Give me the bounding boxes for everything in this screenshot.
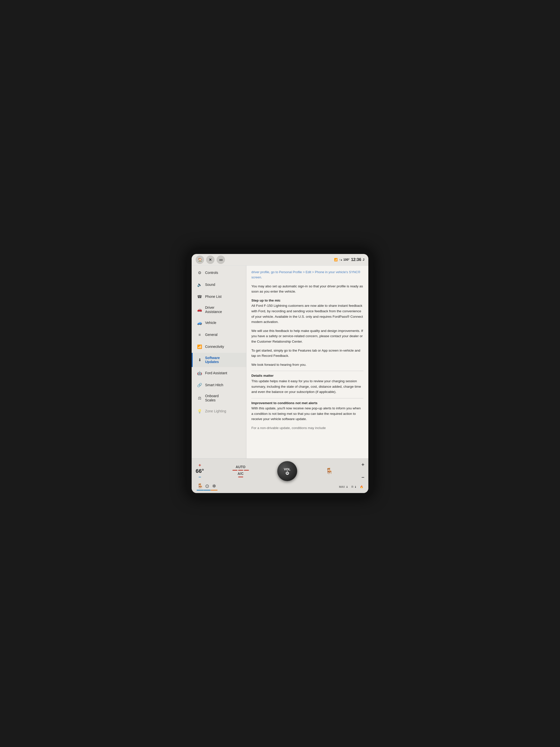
sidebar-item-zone-lighting[interactable]: 💡 Zone Lighting: [192, 405, 246, 417]
volume-knob[interactable]: VOL ⏻: [277, 461, 297, 481]
general-icon: ≡: [196, 332, 203, 338]
auto-section: AUTO A/C: [233, 465, 249, 477]
home-button[interactable]: 🏠: [196, 256, 204, 264]
sidebar-item-smart-hitch[interactable]: 🔗 Smart Hitch: [192, 379, 246, 391]
temp-minus-button[interactable]: −: [198, 475, 201, 479]
seat-heat-left-icon: 🪑: [197, 483, 203, 489]
ac-label: A/C: [237, 472, 243, 475]
sidebar-item-phone-list[interactable]: ☎ Phone List: [192, 290, 246, 303]
sidebar-label-onboard-scales: OnboardScales: [205, 394, 218, 403]
seat-heat-left-indicator: [196, 490, 204, 491]
paragraph-details: Details matter This update helps make it…: [251, 373, 364, 394]
ac-section: A/C: [237, 472, 243, 477]
bottom-icons-row: 🪑 ⊙ ❄ MAX 🌡 R 🌡 🔥: [196, 483, 364, 491]
sidebar-label-software-updates: SoftwareUpdates: [205, 356, 220, 364]
seat-heat-area: 🪑: [325, 468, 333, 474]
sidebar-item-software-updates[interactable]: ⬇ SoftwareUpdates: [192, 353, 246, 367]
max-label-1: MAX 🌡: [339, 485, 348, 488]
software-updates-icon: ⬇: [196, 357, 203, 363]
sidebar-label-general: General: [205, 333, 217, 337]
auto-label: AUTO: [236, 465, 245, 469]
sidebar-item-general[interactable]: ≡ General: [192, 329, 246, 341]
sidebar-item-driver-assistance[interactable]: 🚗 DriverAssistance: [192, 303, 246, 317]
sidebar-label-vehicle: Vehicle: [205, 321, 216, 325]
fan-indicator: [211, 490, 217, 491]
driver-icon: 🚗: [196, 307, 203, 313]
controls-icon: ⚙: [196, 270, 203, 276]
sidebar-item-ford-assistant[interactable]: 🤖 Ford Assistant: [192, 367, 246, 379]
right-plus-button[interactable]: +: [362, 462, 364, 468]
paragraph-get-started: To get started, simply go to the Feature…: [251, 348, 364, 359]
temp-value-display: 66°: [196, 468, 204, 474]
auto-lines: [233, 470, 249, 471]
device-frame: 🏠 ✕ ▭ 📶 ↑₄ 100° 12:36 J ⚙ Controls: [187, 249, 373, 498]
user-avatar: J: [363, 258, 364, 261]
sidebar-label-controls: Controls: [205, 271, 218, 275]
steering-indicator: [204, 490, 211, 491]
seat-heat-icon: 🪑: [325, 468, 333, 474]
paragraph-looking-forward: We look forward to hearing from you.: [251, 362, 364, 367]
status-icons: 📶 ↑₄ 100° 12:36 J: [334, 257, 364, 262]
content-text: driver profile, go to Personal Profile >…: [251, 270, 364, 431]
right-controls: + −: [362, 462, 364, 480]
temperature-display: 100°: [344, 258, 350, 261]
sidebar-item-sound[interactable]: 🔈 Sound: [192, 279, 246, 290]
right-minus-button[interactable]: −: [362, 474, 364, 480]
sidebar-item-vehicle[interactable]: 🚙 Vehicle: [192, 317, 246, 329]
fan-button[interactable]: ❄: [211, 483, 217, 491]
paragraph-conditions: Improvement to conditions not met alerts…: [251, 401, 364, 422]
sidebar-label-driver: DriverAssistance: [205, 306, 222, 314]
fan-icon: ❄: [212, 483, 216, 489]
sidebar-label-sound: Sound: [205, 283, 215, 287]
content-area: driver profile, go to Personal Profile >…: [246, 266, 368, 458]
phone-icon: ☎: [196, 293, 203, 300]
vehicle-icon: 🚙: [196, 320, 203, 326]
sidebar: ⚙ Controls 🔈 Sound ☎ Phone List 🚗 Driver…: [192, 266, 246, 458]
paragraph-step-up: Step up to the mic All Ford F-150 Lightn…: [251, 298, 364, 325]
sidebar-label-phone: Phone List: [205, 294, 221, 299]
close-button[interactable]: ✕: [206, 256, 215, 264]
screen: 🏠 ✕ ▭ 📶 ↑₄ 100° 12:36 J ⚙ Controls: [192, 254, 368, 493]
zone-lighting-icon: 💡: [196, 408, 203, 414]
details-header: Details matter: [251, 374, 273, 378]
max-label-2: R 🌡: [351, 485, 357, 488]
max-labels: MAX 🌡 R 🌡 🔥: [339, 485, 364, 489]
wifi-icon: 📶: [334, 258, 338, 261]
status-bar: 🏠 ✕ ▭ 📶 ↑₄ 100° 12:36 J: [192, 254, 368, 266]
conditions-header: Improvement to conditions not met alerts: [251, 401, 318, 405]
seat-heat-left-button[interactable]: 🪑: [196, 483, 204, 491]
screen-button[interactable]: ▭: [216, 256, 225, 264]
time-display: 12:36: [351, 257, 361, 262]
vol-label: VOL: [284, 467, 290, 471]
sidebar-label-ford-assistant: Ford Assistant: [205, 371, 227, 375]
sidebar-item-controls[interactable]: ⚙ Controls: [192, 267, 246, 279]
bottom-controls: + 66° − AUTO A/C: [192, 458, 368, 493]
sidebar-item-onboard-scales[interactable]: ⚖ OnboardScales: [192, 391, 246, 405]
sidebar-label-smart-hitch: Smart Hitch: [205, 383, 223, 387]
step-up-header: Step up to the mic: [251, 299, 281, 302]
onboard-scales-icon: ⚖: [196, 395, 203, 401]
temp-control-left: + 66° −: [196, 463, 204, 479]
main-area: ⚙ Controls 🔈 Sound ☎ Phone List 🚗 Driver…: [192, 266, 368, 458]
sidebar-label-connectivity: Connectivity: [205, 344, 224, 349]
controls-row-main: + 66° − AUTO A/C: [196, 461, 364, 481]
faded-top-text: driver profile, go to Personal Profile >…: [251, 270, 364, 280]
power-icon: ⏻: [286, 471, 289, 475]
connectivity-icon: 📶: [196, 344, 203, 350]
steering-wheel-button[interactable]: ⊙: [204, 483, 211, 491]
sound-icon: 🔈: [196, 282, 203, 288]
ford-assistant-icon: 🤖: [196, 370, 203, 376]
smart-hitch-icon: 🔗: [196, 382, 203, 388]
ac-indicator: [238, 476, 243, 477]
paragraph-1: You may also set up automatic sign-in so…: [251, 284, 364, 294]
steering-wheel-icon: ⊙: [205, 483, 209, 489]
paragraph-non-drivable: For a non-drivable update, conditions ma…: [251, 425, 364, 431]
sidebar-label-zone-lighting: Zone Lighting: [205, 409, 226, 413]
nav-buttons: 🏠 ✕ ▭: [196, 256, 225, 264]
paragraph-feedback: We will use this feedback to help make q…: [251, 328, 364, 344]
signal-icon: ↑₄: [339, 258, 342, 261]
sidebar-item-connectivity[interactable]: 📶 Connectivity: [192, 341, 246, 353]
temp-plus-button[interactable]: +: [198, 463, 201, 467]
max-label-3: 🔥: [360, 485, 364, 489]
